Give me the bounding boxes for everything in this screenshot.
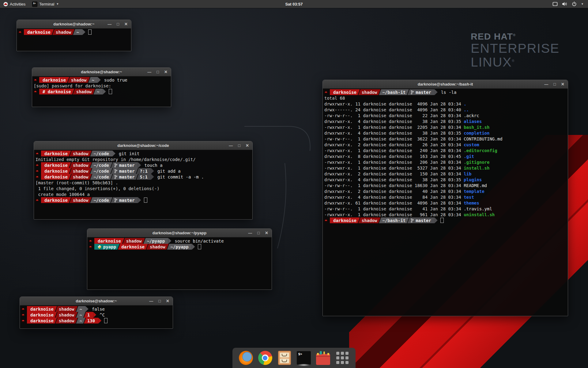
prompt-segment-user: darknoise: [27, 318, 57, 324]
terminal-content[interactable]: darknoiseshadow~: [17, 29, 131, 51]
chrome-icon[interactable]: [258, 350, 272, 366]
close-button[interactable]: ✕: [124, 22, 128, 26]
prompt-line: darknoiseshadow~/pyappsource bin/activat…: [87, 238, 272, 244]
window-titlebar[interactable]: darknoise@shadow:~ — □ ✕: [17, 20, 131, 29]
window-title: darknoise@shadow:~/bash-it: [418, 82, 473, 86]
maximize-button[interactable]: □: [553, 82, 556, 86]
segment-text: shadow: [59, 318, 74, 323]
prompt-segment-branch: master: [111, 168, 138, 174]
segment-text: ~/code: [93, 174, 109, 179]
segment-text: darknoise: [44, 169, 68, 174]
terminal-window-home-1: darknoise@shadow:~ — □ ✕ darknoiseshadow…: [17, 20, 131, 51]
prompt-arrow: [85, 306, 89, 312]
segment-text: darknoise: [333, 218, 356, 223]
app-grid-icon[interactable]: [335, 350, 349, 366]
redhat-icon: [35, 163, 40, 167]
files-icon[interactable]: [277, 350, 292, 366]
ls-entry-name: .git: [464, 154, 474, 159]
prompt-arrow: [98, 318, 101, 324]
toolbox-icon[interactable]: [316, 350, 330, 366]
prompt-arrow: [435, 217, 438, 223]
segment-text: shadow: [362, 218, 377, 223]
prompt-segment-host: shadow: [70, 174, 92, 180]
output-line: -rw-rw-r--. 1 darknoise darknoise 22 Jan…: [323, 113, 568, 118]
git-branch-icon: [114, 175, 117, 179]
prompt-arrow: [435, 89, 438, 95]
output-line: drwxrwxr-x. 11 darknoise darknoise 4096 …: [323, 101, 568, 107]
output-line: -rwxrwxr-x. 1 darknoise darknoise 2205 J…: [323, 124, 568, 130]
maximize-button[interactable]: □: [156, 70, 159, 74]
prompt-segment-host: shadow: [55, 312, 78, 318]
redhat-icon: [35, 169, 40, 173]
close-button[interactable]: ✕: [166, 299, 169, 303]
segment-text: shadow: [73, 163, 89, 168]
redhat-logo-icon: [3, 2, 8, 6]
prompt-segment-user: darknoise: [41, 197, 71, 203]
prompt-segment-user: darknoise: [41, 151, 71, 156]
terminal-icon[interactable]: $>: [297, 350, 311, 366]
close-button[interactable]: ✕: [246, 144, 249, 148]
clock[interactable]: Sat 03:57: [285, 2, 303, 6]
ls-entry-meta: -rw-rw-r--. 1 darknoise darknoise 18630 …: [324, 183, 464, 188]
prompt-segment-host: shadow: [55, 306, 78, 312]
prompt-line: darknoiseshadow~/codemaster: [34, 197, 252, 203]
redhat-icon: [35, 175, 40, 179]
minimize-button[interactable]: —: [107, 22, 111, 26]
prompt-segment-exit: 130: [84, 318, 98, 324]
minimize-button[interactable]: —: [147, 70, 151, 74]
output-line: Initialized empty Git repository in /hom…: [34, 156, 252, 162]
git-branch-icon: [411, 218, 414, 223]
prompt-arrow: [151, 168, 154, 174]
ls-entry-name: plugins: [464, 177, 482, 182]
terminal-logo: $>: [297, 351, 311, 365]
redhat-icon: [33, 90, 38, 94]
minimize-button[interactable]: —: [544, 82, 548, 86]
ls-entry-meta: -rwxrwxr-x. 1 darknoise darknoise 240 Ja…: [324, 148, 464, 153]
ls-entry-meta: drwxrwxr-x. 4 darknoise darknoise 84 Jan…: [324, 195, 464, 200]
segment-text: ~/bash-it: [382, 90, 405, 95]
segment-text: ~/code: [93, 151, 109, 156]
terminal-content[interactable]: darknoiseshadow~/codegit initInitialized…: [34, 150, 252, 219]
segment-text: darknoise: [30, 318, 54, 323]
terminal-content[interactable]: darknoiseshadow~falsedarknoiseshadow~1^C…: [20, 305, 173, 328]
maximize-button[interactable]: □: [158, 299, 161, 303]
window-titlebar[interactable]: darknoise@shadow:~/bash-it — □ ✕: [323, 80, 568, 89]
prompt-arrow: [103, 89, 106, 94]
ls-entry-name: completion: [464, 131, 489, 136]
prompt-arrow: [151, 174, 154, 180]
terminal-content[interactable]: darknoiseshadow~sudo true[sudo] password…: [32, 76, 171, 107]
close-button[interactable]: ✕: [265, 231, 268, 235]
prompt-segment-user: darknoise: [41, 162, 71, 168]
terminal-content[interactable]: darknoiseshadow~/pyappsource bin/activat…: [87, 237, 272, 289]
segment-text: ~/code: [93, 169, 109, 174]
window-titlebar[interactable]: darknoise@shadow:~/code — □ ✕: [34, 141, 252, 150]
maximize-button[interactable]: □: [238, 144, 240, 148]
prompt-segment-branch: master: [111, 162, 138, 168]
prompt-segment-path: ~/pyapp: [167, 244, 192, 250]
terminal-cursor: [144, 197, 147, 203]
ls-entry-meta: drwxrwxr-x. 4 darknoise darknoise 38 Jan…: [324, 119, 464, 124]
minimize-button[interactable]: —: [149, 299, 153, 303]
segment-text: 1: [87, 312, 90, 317]
command-text: ^C: [100, 312, 105, 317]
close-button[interactable]: ✕: [561, 82, 564, 86]
segment-text: ~/code: [93, 198, 109, 203]
window-titlebar[interactable]: darknoise@shadow:~ — □ ✕: [20, 297, 173, 305]
prompt-segment-path: ~: [76, 318, 85, 324]
maximize-button[interactable]: □: [257, 231, 260, 235]
output-line: -rw-rw-r--. 1 darknoise darknoise 18630 …: [323, 182, 568, 188]
maximize-button[interactable]: □: [117, 22, 119, 26]
prompt-segment-user: # darknoise: [39, 89, 74, 94]
close-button[interactable]: ✕: [164, 70, 168, 74]
system-status-area[interactable]: ▼: [550, 0, 586, 8]
prompt-segment-host: shadow: [146, 244, 169, 250]
minimize-button[interactable]: —: [229, 144, 233, 148]
app-menu-terminal[interactable]: $> Terminal ▼: [29, 0, 62, 8]
window-titlebar[interactable]: darknoise@shadow:~ — □ ✕: [32, 68, 171, 76]
window-titlebar[interactable]: darknoise@shadow:~/pyapp — □ ✕: [87, 229, 272, 237]
segment-text: darknoise: [44, 174, 68, 179]
activities-button[interactable]: Activities: [0, 0, 29, 8]
firefox-icon[interactable]: [239, 350, 253, 366]
terminal-content[interactable]: darknoiseshadow~/bash-itmasterls -latota…: [323, 89, 568, 316]
minimize-button[interactable]: —: [248, 231, 252, 235]
